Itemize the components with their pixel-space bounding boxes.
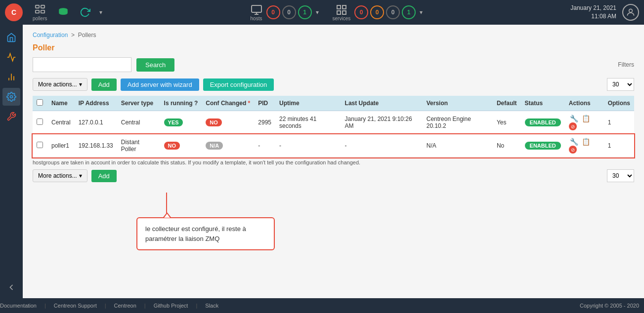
cell-conf-central: NO bbox=[202, 111, 254, 134]
services-badge-green[interactable]: 1 bbox=[402, 5, 416, 19]
col-options: Options bbox=[604, 96, 634, 111]
bottom-page-size-select[interactable]: 30 50 100 bbox=[607, 169, 634, 182]
tooltip-container: le collecteur est configuré, il reste à … bbox=[136, 193, 275, 250]
cell-options-central: 1 bbox=[604, 111, 634, 134]
sidebar-item-config[interactable] bbox=[2, 88, 20, 106]
services-chevron[interactable]: ▾ bbox=[418, 9, 425, 16]
col-last-update: Last Update bbox=[341, 96, 423, 111]
footer-link-documentation[interactable]: Documentation bbox=[0, 303, 37, 309]
svg-rect-10 bbox=[337, 11, 341, 14]
footer-link-centreon[interactable]: Centreon bbox=[114, 303, 136, 309]
page-size-select[interactable]: 30 50 100 bbox=[607, 78, 634, 91]
cell-pid-central: 2995 bbox=[254, 111, 275, 134]
col-default: Default bbox=[493, 96, 521, 111]
edit-icon-central[interactable]: 🔧 bbox=[570, 115, 578, 122]
add-button[interactable]: Add bbox=[91, 78, 117, 91]
edit-icon-poller1[interactable]: 🔧 bbox=[570, 138, 578, 146]
filters-label: Filters bbox=[618, 61, 634, 68]
bottom-more-actions-button[interactable]: More actions... ▾ bbox=[33, 169, 87, 182]
services-badge-gray[interactable]: 0 bbox=[386, 5, 400, 19]
pollers-chevron[interactable]: ▾ bbox=[97, 9, 104, 16]
cell-uptime-poller1: - bbox=[275, 134, 341, 157]
row-checkbox-poller1[interactable] bbox=[37, 142, 43, 148]
hosts-badges: 0 0 1 ▾ bbox=[266, 5, 321, 19]
breadcrumb: Configuration > Pollers bbox=[33, 32, 634, 39]
add-server-wizard-button[interactable]: Add server with wizard bbox=[121, 78, 199, 91]
block-icon-central[interactable]: ⊘ bbox=[569, 122, 577, 130]
info-text: hostgroups are taken in account in order… bbox=[33, 159, 634, 165]
cell-conf-poller1: N/A bbox=[202, 134, 254, 157]
top-navigation: C pollers ▾ bbox=[0, 0, 644, 25]
services-badges: 0 0 0 1 ▾ bbox=[354, 5, 425, 19]
footer-link-github[interactable]: Github Project bbox=[154, 303, 188, 309]
svg-rect-8 bbox=[337, 5, 341, 9]
table-row: Central 127.0.0.1 Central YES NO 2995 22… bbox=[33, 111, 634, 134]
footer-link-support[interactable]: Centreon Support bbox=[54, 303, 97, 309]
cell-options-poller1: 1 bbox=[604, 134, 634, 157]
table-row: poller1 192.168.1.33 Distant Poller NO N… bbox=[33, 134, 634, 157]
footer-copyright: Copyright © 2005 - 2020 bbox=[580, 303, 639, 309]
cell-actions-central: 🔧 📋 ⊘ bbox=[565, 111, 604, 134]
breadcrumb-parent[interactable]: Configuration bbox=[33, 32, 68, 39]
breadcrumb-current: Pollers bbox=[78, 32, 96, 39]
db-icon-btn[interactable] bbox=[54, 5, 73, 20]
svg-rect-0 bbox=[36, 5, 39, 8]
hosts-badge-gray[interactable]: 0 bbox=[282, 5, 296, 19]
copy-icon-poller1[interactable]: 📋 bbox=[582, 138, 590, 146]
tooltip-arrow-fill bbox=[164, 214, 170, 218]
col-pid: PID bbox=[254, 96, 275, 111]
datetime-display: January 21, 202111:08 AM bbox=[570, 4, 616, 21]
bottom-add-button[interactable]: Add bbox=[91, 170, 117, 182]
cell-status-central: ENABLED bbox=[521, 111, 565, 134]
cell-ip-central: 127.0.0.1 bbox=[75, 111, 117, 134]
row-checkbox-central[interactable] bbox=[37, 118, 43, 125]
sidebar-collapse-btn[interactable] bbox=[2, 278, 20, 296]
svg-rect-3 bbox=[41, 10, 44, 13]
col-actions: Actions bbox=[565, 96, 604, 111]
pollers-icon-btn[interactable]: pollers bbox=[29, 2, 51, 23]
hosts-badge-red[interactable]: 0 bbox=[266, 5, 280, 19]
hosts-chevron[interactable]: ▾ bbox=[314, 9, 321, 16]
sidebar bbox=[0, 25, 23, 298]
export-config-button[interactable]: Export configuration bbox=[203, 78, 274, 91]
search-input[interactable] bbox=[33, 57, 131, 72]
table-header-row: Name IP Address Server type Is running ?… bbox=[33, 96, 634, 111]
app-logo[interactable]: C bbox=[5, 3, 23, 21]
cell-pid-poller1: - bbox=[254, 134, 275, 157]
services-icon[interactable]: services bbox=[333, 4, 351, 21]
services-badge-red[interactable]: 0 bbox=[354, 5, 368, 19]
select-all-checkbox[interactable] bbox=[37, 99, 43, 106]
hosts-badge-green[interactable]: 1 bbox=[298, 5, 312, 19]
search-button[interactable]: Search bbox=[136, 58, 174, 72]
cell-running-poller1: NO bbox=[160, 134, 202, 157]
cell-lastupdate-poller1: - bbox=[341, 134, 423, 157]
user-avatar[interactable] bbox=[622, 4, 639, 21]
cell-default-central: Yes bbox=[493, 111, 521, 134]
copy-icon-central[interactable]: 📋 bbox=[582, 115, 590, 122]
svg-point-12 bbox=[629, 9, 633, 12]
sidebar-item-chart[interactable] bbox=[2, 68, 20, 86]
page-title: Poller bbox=[33, 43, 634, 52]
sidebar-item-health[interactable] bbox=[2, 48, 20, 66]
cell-type-central: Central bbox=[117, 111, 160, 134]
block-icon-poller1[interactable]: ⊘ bbox=[569, 146, 577, 154]
sidebar-item-tools[interactable] bbox=[2, 108, 20, 125]
footer-link-slack[interactable]: Slack bbox=[205, 303, 218, 309]
col-conf-changed: Conf Changed * bbox=[202, 96, 254, 111]
services-badge-orange[interactable]: 0 bbox=[370, 5, 384, 19]
hosts-icon[interactable]: hosts bbox=[251, 4, 262, 21]
svg-rect-2 bbox=[36, 10, 39, 13]
cell-lastupdate-central: January 21, 2021 9:10:26 AM bbox=[341, 111, 423, 134]
search-bar: Search Filters bbox=[33, 57, 634, 72]
refresh-icon-btn[interactable] bbox=[76, 5, 94, 20]
cell-version-poller1: N/A bbox=[423, 134, 493, 157]
col-uptime: Uptime bbox=[275, 96, 341, 111]
col-ip: IP Address bbox=[75, 96, 117, 111]
sidebar-item-home[interactable] bbox=[2, 29, 20, 46]
svg-point-16 bbox=[10, 96, 13, 98]
cell-status-poller1: ENABLED bbox=[521, 134, 565, 157]
svg-rect-5 bbox=[252, 5, 261, 12]
more-actions-button[interactable]: More actions... ▾ bbox=[33, 78, 87, 91]
cell-name-poller1: poller1 bbox=[47, 134, 75, 157]
svg-rect-1 bbox=[41, 5, 44, 8]
